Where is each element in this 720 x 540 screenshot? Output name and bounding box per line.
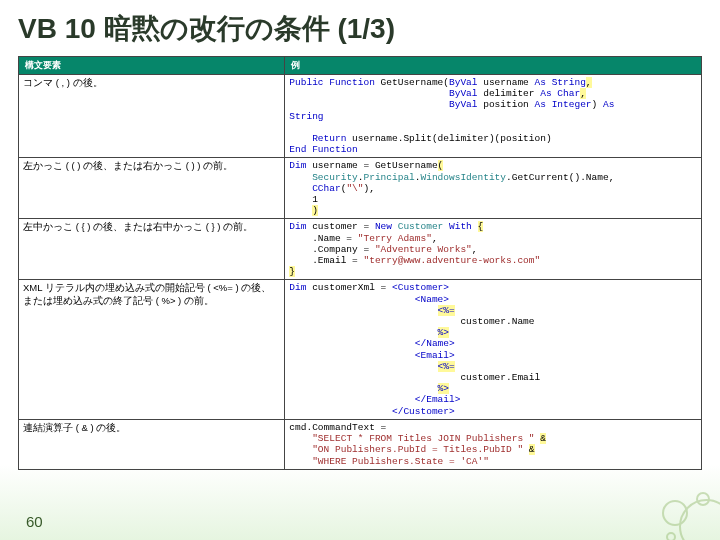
row-concat-label: 連結演算子 ( & ) の後。 xyxy=(19,419,285,469)
corner-decoration xyxy=(640,480,720,540)
row-xml: XML リテラル内の埋め込み式の開始記号 ( <%= ) の後、または埋め込み式… xyxy=(19,280,702,419)
page-number: 60 xyxy=(26,513,43,530)
row-concat-example: cmd.CommandText = "SELECT * FROM Titles … xyxy=(285,419,702,469)
row-xml-label: XML リテラル内の埋め込み式の開始記号 ( <%= ) の後、または埋め込み式… xyxy=(19,280,285,419)
row-brace-example: Dim customer = New Customer With { .Name… xyxy=(285,219,702,280)
row-comma-example: Public Function GetUsername(ByVal userna… xyxy=(285,75,702,158)
row-paren-label: 左かっこ ( ( ) の後、または右かっこ ( ) ) の前。 xyxy=(19,158,285,219)
bubble-icon xyxy=(662,500,688,526)
slide: VB 10 暗黙の改行の条件 (1/3) 構文要素 例 コンマ ( , ) の後… xyxy=(0,0,720,540)
row-brace: 左中かっこ ( { ) の後、または右中かっこ ( } ) の前。 Dim cu… xyxy=(19,219,702,280)
col-syntax: 構文要素 xyxy=(19,57,285,75)
table-header-row: 構文要素 例 xyxy=(19,57,702,75)
row-comma-label: コンマ ( , ) の後。 xyxy=(19,75,285,158)
row-brace-label: 左中かっこ ( { ) の後、または右中かっこ ( } ) の前。 xyxy=(19,219,285,280)
col-example: 例 xyxy=(285,57,702,75)
row-paren-example: Dim username = GetUsername( Security.Pri… xyxy=(285,158,702,219)
row-concat: 連結演算子 ( & ) の後。 cmd.CommandText = "SELEC… xyxy=(19,419,702,469)
bubble-icon xyxy=(696,492,710,506)
row-xml-example: Dim customerXml = <Customer> <Name> <%= … xyxy=(285,280,702,419)
bubble-icon xyxy=(666,532,676,540)
row-comma: コンマ ( , ) の後。 Public Function GetUsernam… xyxy=(19,75,702,158)
row-paren: 左かっこ ( ( ) の後、または右かっこ ( ) ) の前。 Dim user… xyxy=(19,158,702,219)
syntax-table: 構文要素 例 コンマ ( , ) の後。 Public Function Get… xyxy=(18,56,702,470)
slide-title: VB 10 暗黙の改行の条件 (1/3) xyxy=(18,10,702,48)
